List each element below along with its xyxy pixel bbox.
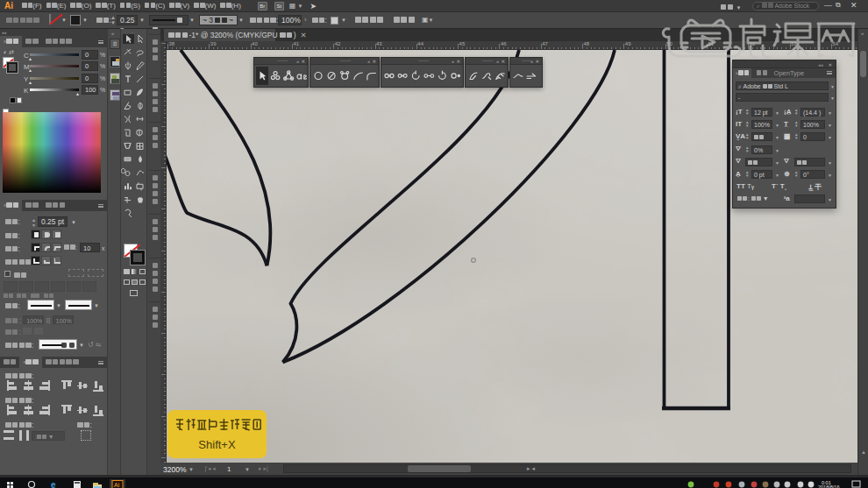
svg-text:e: e xyxy=(51,480,56,488)
svg-text:2018/8/16: 2018/8/16 xyxy=(818,484,839,488)
svg-text:Ai: Ai xyxy=(114,482,120,488)
